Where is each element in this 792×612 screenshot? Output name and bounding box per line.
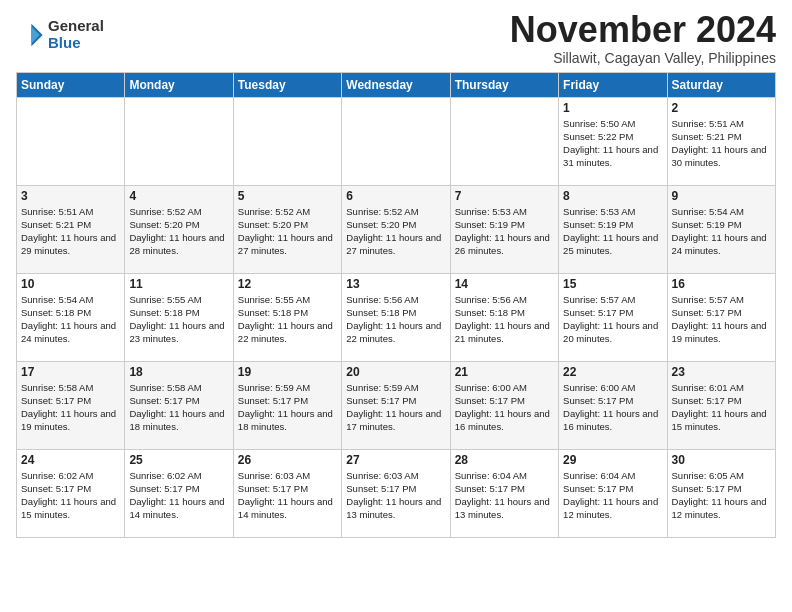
calendar-week-row: 1Sunrise: 5:50 AM Sunset: 5:22 PM Daylig…	[17, 97, 776, 185]
calendar-cell: 22Sunrise: 6:00 AM Sunset: 5:17 PM Dayli…	[559, 361, 667, 449]
logo: General Blue	[16, 18, 104, 51]
day-number: 8	[563, 189, 662, 203]
day-number: 27	[346, 453, 445, 467]
calendar-cell: 16Sunrise: 5:57 AM Sunset: 5:17 PM Dayli…	[667, 273, 775, 361]
day-number: 15	[563, 277, 662, 291]
weekday-header: Thursday	[450, 72, 558, 97]
day-info: Sunrise: 5:55 AM Sunset: 5:18 PM Dayligh…	[129, 293, 228, 346]
day-number: 23	[672, 365, 771, 379]
day-info: Sunrise: 5:56 AM Sunset: 5:18 PM Dayligh…	[455, 293, 554, 346]
page-header: General Blue November 2024 Sillawit, Cag…	[16, 10, 776, 66]
calendar-cell: 26Sunrise: 6:03 AM Sunset: 5:17 PM Dayli…	[233, 449, 341, 537]
day-number: 5	[238, 189, 337, 203]
calendar-cell: 15Sunrise: 5:57 AM Sunset: 5:17 PM Dayli…	[559, 273, 667, 361]
day-number: 4	[129, 189, 228, 203]
day-number: 13	[346, 277, 445, 291]
day-info: Sunrise: 5:51 AM Sunset: 5:21 PM Dayligh…	[21, 205, 120, 258]
calendar-cell: 19Sunrise: 5:59 AM Sunset: 5:17 PM Dayli…	[233, 361, 341, 449]
calendar-cell	[233, 97, 341, 185]
calendar-cell	[342, 97, 450, 185]
day-number: 16	[672, 277, 771, 291]
calendar-cell: 5Sunrise: 5:52 AM Sunset: 5:20 PM Daylig…	[233, 185, 341, 273]
day-number: 11	[129, 277, 228, 291]
day-info: Sunrise: 6:03 AM Sunset: 5:17 PM Dayligh…	[238, 469, 337, 522]
calendar-cell: 10Sunrise: 5:54 AM Sunset: 5:18 PM Dayli…	[17, 273, 125, 361]
location-subtitle: Sillawit, Cagayan Valley, Philippines	[510, 50, 776, 66]
day-number: 26	[238, 453, 337, 467]
day-number: 14	[455, 277, 554, 291]
calendar-cell: 2Sunrise: 5:51 AM Sunset: 5:21 PM Daylig…	[667, 97, 775, 185]
calendar-cell: 24Sunrise: 6:02 AM Sunset: 5:17 PM Dayli…	[17, 449, 125, 537]
day-info: Sunrise: 5:59 AM Sunset: 5:17 PM Dayligh…	[346, 381, 445, 434]
day-number: 10	[21, 277, 120, 291]
calendar-cell: 7Sunrise: 5:53 AM Sunset: 5:19 PM Daylig…	[450, 185, 558, 273]
day-info: Sunrise: 5:50 AM Sunset: 5:22 PM Dayligh…	[563, 117, 662, 170]
day-number: 30	[672, 453, 771, 467]
calendar-cell: 30Sunrise: 6:05 AM Sunset: 5:17 PM Dayli…	[667, 449, 775, 537]
calendar-cell: 6Sunrise: 5:52 AM Sunset: 5:20 PM Daylig…	[342, 185, 450, 273]
calendar-cell	[450, 97, 558, 185]
day-info: Sunrise: 5:55 AM Sunset: 5:18 PM Dayligh…	[238, 293, 337, 346]
day-number: 22	[563, 365, 662, 379]
weekday-header: Wednesday	[342, 72, 450, 97]
calendar-cell: 29Sunrise: 6:04 AM Sunset: 5:17 PM Dayli…	[559, 449, 667, 537]
day-info: Sunrise: 5:52 AM Sunset: 5:20 PM Dayligh…	[346, 205, 445, 258]
day-info: Sunrise: 5:53 AM Sunset: 5:19 PM Dayligh…	[455, 205, 554, 258]
weekday-header: Tuesday	[233, 72, 341, 97]
calendar-cell: 18Sunrise: 5:58 AM Sunset: 5:17 PM Dayli…	[125, 361, 233, 449]
day-info: Sunrise: 6:02 AM Sunset: 5:17 PM Dayligh…	[21, 469, 120, 522]
day-info: Sunrise: 6:02 AM Sunset: 5:17 PM Dayligh…	[129, 469, 228, 522]
calendar-cell	[125, 97, 233, 185]
day-number: 6	[346, 189, 445, 203]
day-info: Sunrise: 5:58 AM Sunset: 5:17 PM Dayligh…	[21, 381, 120, 434]
day-info: Sunrise: 5:57 AM Sunset: 5:17 PM Dayligh…	[672, 293, 771, 346]
day-number: 28	[455, 453, 554, 467]
logo-icon	[16, 21, 44, 49]
day-number: 24	[21, 453, 120, 467]
title-block: November 2024 Sillawit, Cagayan Valley, …	[510, 10, 776, 66]
calendar-cell: 28Sunrise: 6:04 AM Sunset: 5:17 PM Dayli…	[450, 449, 558, 537]
day-info: Sunrise: 5:57 AM Sunset: 5:17 PM Dayligh…	[563, 293, 662, 346]
calendar-cell: 12Sunrise: 5:55 AM Sunset: 5:18 PM Dayli…	[233, 273, 341, 361]
day-info: Sunrise: 6:04 AM Sunset: 5:17 PM Dayligh…	[455, 469, 554, 522]
day-number: 21	[455, 365, 554, 379]
day-info: Sunrise: 5:52 AM Sunset: 5:20 PM Dayligh…	[238, 205, 337, 258]
calendar-week-row: 17Sunrise: 5:58 AM Sunset: 5:17 PM Dayli…	[17, 361, 776, 449]
day-info: Sunrise: 5:56 AM Sunset: 5:18 PM Dayligh…	[346, 293, 445, 346]
day-number: 17	[21, 365, 120, 379]
calendar-cell: 23Sunrise: 6:01 AM Sunset: 5:17 PM Dayli…	[667, 361, 775, 449]
calendar-cell: 1Sunrise: 5:50 AM Sunset: 5:22 PM Daylig…	[559, 97, 667, 185]
day-number: 12	[238, 277, 337, 291]
day-number: 7	[455, 189, 554, 203]
weekday-header: Monday	[125, 72, 233, 97]
day-number: 3	[21, 189, 120, 203]
day-number: 29	[563, 453, 662, 467]
day-number: 1	[563, 101, 662, 115]
calendar-cell: 3Sunrise: 5:51 AM Sunset: 5:21 PM Daylig…	[17, 185, 125, 273]
calendar-cell: 11Sunrise: 5:55 AM Sunset: 5:18 PM Dayli…	[125, 273, 233, 361]
calendar-cell: 27Sunrise: 6:03 AM Sunset: 5:17 PM Dayli…	[342, 449, 450, 537]
day-number: 25	[129, 453, 228, 467]
weekday-header: Sunday	[17, 72, 125, 97]
day-info: Sunrise: 5:59 AM Sunset: 5:17 PM Dayligh…	[238, 381, 337, 434]
calendar-cell: 8Sunrise: 5:53 AM Sunset: 5:19 PM Daylig…	[559, 185, 667, 273]
month-title: November 2024	[510, 10, 776, 50]
day-number: 2	[672, 101, 771, 115]
day-info: Sunrise: 6:01 AM Sunset: 5:17 PM Dayligh…	[672, 381, 771, 434]
day-info: Sunrise: 5:52 AM Sunset: 5:20 PM Dayligh…	[129, 205, 228, 258]
calendar-week-row: 10Sunrise: 5:54 AM Sunset: 5:18 PM Dayli…	[17, 273, 776, 361]
calendar-table: SundayMondayTuesdayWednesdayThursdayFrid…	[16, 72, 776, 538]
calendar-cell: 13Sunrise: 5:56 AM Sunset: 5:18 PM Dayli…	[342, 273, 450, 361]
calendar-week-row: 3Sunrise: 5:51 AM Sunset: 5:21 PM Daylig…	[17, 185, 776, 273]
calendar-cell: 14Sunrise: 5:56 AM Sunset: 5:18 PM Dayli…	[450, 273, 558, 361]
calendar-cell: 21Sunrise: 6:00 AM Sunset: 5:17 PM Dayli…	[450, 361, 558, 449]
day-info: Sunrise: 5:58 AM Sunset: 5:17 PM Dayligh…	[129, 381, 228, 434]
calendar-cell: 25Sunrise: 6:02 AM Sunset: 5:17 PM Dayli…	[125, 449, 233, 537]
calendar-cell	[17, 97, 125, 185]
day-number: 20	[346, 365, 445, 379]
calendar-cell: 4Sunrise: 5:52 AM Sunset: 5:20 PM Daylig…	[125, 185, 233, 273]
logo-line1: General	[48, 18, 104, 35]
day-number: 9	[672, 189, 771, 203]
day-info: Sunrise: 6:04 AM Sunset: 5:17 PM Dayligh…	[563, 469, 662, 522]
day-info: Sunrise: 5:54 AM Sunset: 5:19 PM Dayligh…	[672, 205, 771, 258]
